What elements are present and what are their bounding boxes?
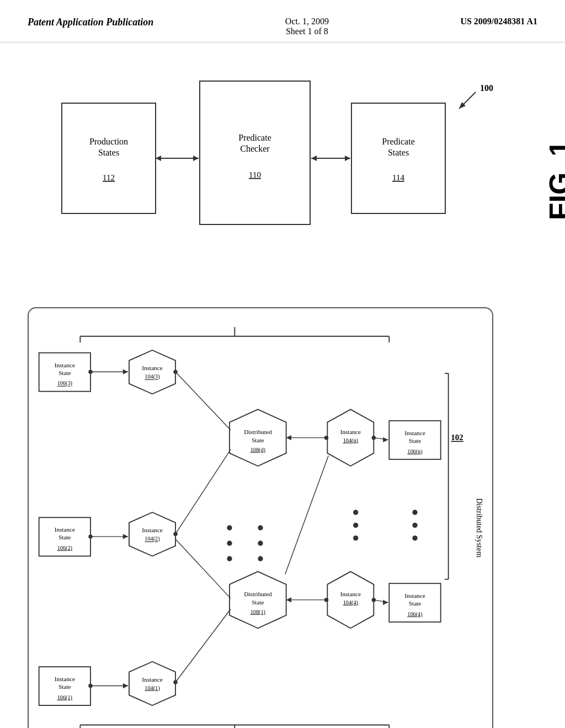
- svg-rect-26: [39, 517, 90, 556]
- svg-marker-51: [327, 409, 374, 466]
- svg-line-87: [374, 438, 388, 440]
- svg-text:State: State: [58, 534, 71, 540]
- svg-text:100: 100: [480, 83, 493, 93]
- svg-point-82: [324, 436, 328, 440]
- svg-point-101: [353, 523, 358, 528]
- svg-rect-30: [39, 667, 90, 705]
- header-center: Oct. 1, 2009 Sheet 1 of 8: [285, 17, 329, 36]
- fig2-diagram: Instance State 106(3) Instance State 106…: [28, 307, 493, 728]
- svg-text:State: State: [58, 370, 71, 376]
- svg-line-74: [175, 372, 231, 430]
- svg-rect-8: [351, 103, 445, 213]
- svg-point-77: [173, 532, 177, 536]
- svg-text:Instance: Instance: [142, 676, 162, 683]
- svg-text:Predicate: Predicate: [382, 137, 415, 146]
- svg-line-90: [374, 600, 388, 603]
- svg-text:Distributed System: Distributed System: [475, 498, 483, 558]
- svg-marker-17: [311, 156, 317, 161]
- svg-point-98: [258, 540, 263, 545]
- svg-point-69: [88, 534, 92, 538]
- svg-point-99: [258, 556, 263, 561]
- svg-text:State: State: [409, 437, 421, 444]
- svg-rect-22: [39, 353, 90, 392]
- svg-text:104(2): 104(2): [145, 536, 159, 542]
- svg-text:Instance: Instance: [142, 527, 162, 533]
- svg-marker-73: [123, 683, 128, 688]
- svg-marker-13: [193, 156, 199, 161]
- svg-text:Production: Production: [89, 137, 128, 146]
- svg-text:Distributed: Distributed: [244, 429, 272, 435]
- svg-point-97: [258, 525, 263, 530]
- svg-point-105: [412, 536, 417, 540]
- patent-number: US 2009/0248381 A1: [460, 17, 537, 26]
- svg-line-79: [175, 609, 231, 682]
- svg-point-102: [353, 536, 358, 540]
- svg-marker-37: [129, 512, 175, 556]
- fig2-svg: Instance State 106(3) Instance State 106…: [29, 308, 492, 728]
- svg-marker-54: [327, 571, 374, 628]
- svg-text:Instance: Instance: [340, 591, 361, 597]
- svg-text:108(d): 108(d): [250, 447, 265, 453]
- fig1-diagram: Production States 112 Predicate Checker …: [28, 59, 537, 291]
- svg-point-72: [88, 684, 92, 688]
- svg-line-78: [175, 539, 231, 598]
- svg-point-100: [353, 510, 358, 515]
- fig1-svg: Production States 112 Predicate Checker …: [28, 59, 537, 291]
- svg-text:State: State: [252, 599, 264, 606]
- publication-title: Patent Application Publication: [28, 17, 153, 28]
- svg-point-104: [412, 523, 417, 528]
- svg-text:State: State: [252, 437, 264, 443]
- svg-text:FIG. 1: FIG. 1: [543, 141, 565, 220]
- svg-text:Instance: Instance: [404, 430, 425, 436]
- svg-marker-70: [123, 534, 128, 539]
- svg-text:States: States: [388, 148, 409, 157]
- svg-text:Instance: Instance: [404, 592, 425, 599]
- svg-text:104(1): 104(1): [145, 685, 159, 692]
- svg-point-94: [227, 525, 232, 530]
- header-date: Oct. 1, 2009: [285, 17, 329, 26]
- fig2-wrapper: Instance State 106(3) Instance State 106…: [28, 307, 537, 728]
- svg-text:Instance: Instance: [142, 365, 162, 371]
- svg-point-103: [412, 510, 417, 515]
- svg-text:106(n): 106(n): [407, 448, 422, 455]
- main-content: Production States 112 Predicate Checker …: [0, 42, 565, 728]
- svg-marker-92: [383, 600, 388, 605]
- svg-marker-16: [345, 156, 350, 161]
- svg-marker-89: [383, 437, 388, 442]
- svg-marker-47: [230, 571, 286, 628]
- svg-marker-14: [156, 156, 161, 161]
- svg-marker-40: [129, 662, 175, 705]
- svg-text:106(2): 106(2): [57, 545, 72, 552]
- svg-text:Distributed: Distributed: [244, 591, 272, 597]
- svg-text:States: States: [98, 148, 119, 157]
- svg-point-88: [372, 436, 376, 440]
- svg-marker-34: [129, 350, 175, 394]
- svg-line-93: [285, 456, 328, 574]
- svg-rect-57: [389, 421, 440, 459]
- svg-text:Instance: Instance: [340, 429, 361, 435]
- svg-marker-86: [286, 597, 291, 602]
- svg-text:106(3): 106(3): [57, 380, 72, 387]
- svg-text:Checker: Checker: [240, 144, 270, 153]
- svg-marker-43: [230, 409, 286, 466]
- svg-text:112: 112: [103, 173, 115, 182]
- svg-rect-0: [62, 103, 156, 213]
- svg-text:State: State: [58, 683, 71, 690]
- svg-text:106(4): 106(4): [407, 611, 422, 618]
- svg-text:Instance: Instance: [55, 676, 75, 682]
- svg-marker-67: [123, 370, 128, 374]
- svg-rect-61: [389, 584, 440, 622]
- svg-point-80: [173, 680, 177, 684]
- svg-point-75: [173, 370, 177, 373]
- svg-text:108(1): 108(1): [250, 609, 265, 615]
- svg-line-76: [175, 449, 231, 534]
- svg-text:104(n): 104(n): [343, 437, 358, 444]
- header-sheet: Sheet 1 of 8: [285, 26, 329, 36]
- svg-text:102: 102: [451, 433, 463, 442]
- svg-marker-83: [286, 435, 291, 440]
- page-header: Patent Application Publication Oct. 1, 2…: [0, 0, 565, 42]
- svg-point-85: [324, 598, 328, 602]
- svg-point-96: [227, 556, 232, 561]
- svg-text:104(4): 104(4): [343, 599, 358, 606]
- svg-text:Predicate: Predicate: [238, 133, 271, 142]
